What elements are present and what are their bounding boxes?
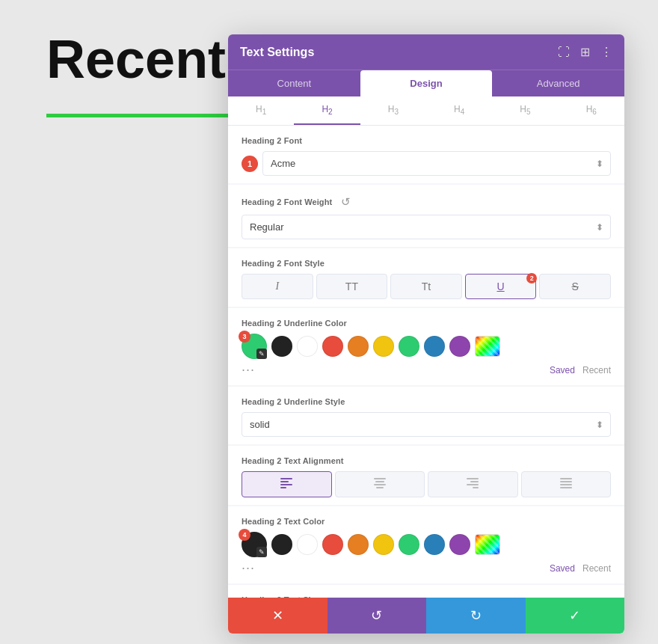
align-buttons (242, 471, 611, 497)
eyedropper-icon-1[interactable]: ✎ (256, 349, 267, 359)
font-style-buttons: I TT Tt U 2 S (242, 274, 611, 299)
heading-tabs: H1 H2 H3 H4 H5 H6 (228, 96, 624, 126)
svg-rect-15 (560, 487, 572, 488)
svg-rect-9 (470, 481, 479, 482)
swatch-white-1[interactable] (297, 336, 318, 357)
swatch-yellow-1[interactable] (373, 336, 394, 357)
h2-underline-style-select[interactable]: solid (242, 412, 611, 437)
svg-rect-4 (374, 478, 386, 479)
htab-4[interactable]: H4 (426, 96, 492, 125)
recent-btn-2[interactable]: Recent (582, 563, 611, 574)
font-weight-reset-icon[interactable]: ↺ (341, 195, 351, 209)
swatch-red-2[interactable] (322, 534, 343, 555)
align-left-btn[interactable] (242, 471, 332, 497)
saved-btn-2[interactable]: Saved (550, 563, 575, 574)
saved-recent-2: Saved Recent (550, 563, 611, 574)
svg-rect-2 (280, 484, 292, 485)
tab-content[interactable]: Content (228, 70, 360, 96)
svg-rect-11 (473, 487, 479, 488)
h2-underline-color-badge-wrap: 3 ✎ (242, 334, 267, 359)
style-strikethrough-btn[interactable]: S (539, 274, 611, 299)
confirm-button[interactable]: ✓ (526, 598, 625, 634)
style-italic-btn[interactable]: I (242, 274, 313, 299)
h2-underline-color-row: 3 ✎ (242, 334, 611, 359)
svg-rect-0 (280, 478, 292, 479)
columns-icon[interactable]: ⊞ (580, 45, 590, 59)
h2-text-color-section: Heading 2 Text Color 4 ✎ ··· (228, 506, 624, 583)
gradient-picker-2[interactable] (475, 534, 500, 555)
h2-font-section: Heading 2 Font 1 Acme (228, 126, 624, 183)
saved-recent-1: Saved Recent (550, 365, 611, 375)
gradient-picker-1[interactable] (475, 336, 500, 357)
h2-text-color-actions: ··· Saved Recent (242, 560, 611, 576)
swatch-purple-1[interactable] (449, 336, 470, 357)
screen-icon[interactable]: ⛶ (558, 46, 570, 59)
swatch-black-1[interactable] (271, 336, 292, 357)
style-underline-btn[interactable]: U 2 (465, 274, 537, 299)
panel-header-icons: ⛶ ⊞ ⋮ (558, 45, 612, 59)
eyedropper-icon-2[interactable]: ✎ (256, 547, 267, 557)
htab-6[interactable]: H6 (559, 96, 624, 125)
panel-title: Text Settings (240, 46, 314, 59)
h2-font-row: 1 Acme (242, 151, 611, 176)
saved-btn-1[interactable]: Saved (550, 365, 575, 375)
svg-rect-5 (375, 481, 384, 482)
h2-font-weight-select-wrap: Regular (242, 215, 611, 239)
align-right-btn[interactable] (428, 471, 518, 497)
cancel-button[interactable]: ✕ (228, 598, 328, 634)
h2-text-alignment-section: Heading 2 Text Alignment (228, 446, 624, 505)
h2-text-color-badge-wrap: 4 ✎ (242, 532, 267, 557)
tab-design[interactable]: Design (360, 70, 493, 96)
text-settings-panel: Text Settings ⛶ ⊞ ⋮ Content Design Advan… (228, 34, 624, 634)
swatch-red-1[interactable] (322, 336, 343, 357)
svg-rect-14 (560, 484, 572, 485)
tab-advanced[interactable]: Advanced (492, 70, 624, 96)
undo-button[interactable]: ↺ (328, 598, 427, 634)
swatch-green-1[interactable] (399, 336, 419, 357)
style-capitalize-btn[interactable]: Tt (390, 274, 462, 299)
swatch-green-2[interactable] (399, 534, 419, 555)
swatch-black-2[interactable] (271, 534, 292, 555)
h2-font-label: Heading 2 Font (242, 136, 611, 145)
recent-btn-1[interactable]: Recent (582, 365, 611, 375)
swatch-orange-2[interactable] (348, 534, 369, 555)
h2-underline-color-section: Heading 2 Underline Color 3 ✎ ··· (228, 308, 624, 385)
svg-rect-10 (467, 484, 479, 485)
h2-font-style-label: Heading 2 Font Style (242, 259, 611, 268)
svg-rect-12 (560, 478, 572, 479)
svg-rect-13 (560, 481, 572, 482)
htab-5[interactable]: H5 (492, 96, 558, 125)
h2-font-weight-select[interactable]: Regular (242, 215, 611, 239)
swatch-orange-1[interactable] (348, 336, 369, 357)
h2-font-style-section: Heading 2 Font Style I TT Tt U 2 S (228, 248, 624, 307)
swatch-blue-1[interactable] (424, 336, 445, 357)
swatch-yellow-2[interactable] (373, 534, 394, 555)
panel-tabs: Content Design Advanced (228, 70, 624, 96)
svg-rect-6 (374, 484, 386, 485)
swatch-white-2[interactable] (297, 534, 318, 555)
align-justify-btn[interactable] (521, 471, 612, 497)
svg-rect-7 (376, 487, 384, 488)
redo-button[interactable]: ↻ (426, 598, 526, 634)
htab-2[interactable]: H2 (294, 96, 360, 125)
h2-font-weight-label: Heading 2 Font Weight (242, 197, 332, 206)
h2-underline-color-actions: ··· Saved Recent (242, 362, 611, 378)
h2-underline-style-section: Heading 2 Underline Style solid (228, 387, 624, 444)
style-uppercase-btn[interactable]: TT (316, 274, 388, 299)
background-underline (46, 114, 230, 117)
more-swatches-1[interactable]: ··· (242, 362, 255, 378)
more-swatches-2[interactable]: ··· (242, 560, 255, 576)
align-center-btn[interactable] (335, 471, 425, 497)
htab-1[interactable]: H1 (228, 96, 294, 125)
h2-font-weight-section: Heading 2 Font Weight ↺ Regular (228, 185, 624, 247)
h2-font-select[interactable]: Acme (262, 151, 611, 176)
h2-font-badge: 1 (242, 156, 258, 172)
style-badge-2: 2 (526, 273, 537, 283)
h2-text-color-row: 4 ✎ (242, 532, 611, 557)
panel-body: H1 H2 H3 H4 H5 H6 Heading 2 Font 1 Acme … (228, 96, 624, 598)
swatch-purple-2[interactable] (449, 534, 470, 555)
htab-3[interactable]: H3 (360, 96, 426, 125)
swatch-blue-2[interactable] (424, 534, 445, 555)
svg-rect-3 (280, 487, 286, 488)
more-icon[interactable]: ⋮ (600, 45, 612, 59)
